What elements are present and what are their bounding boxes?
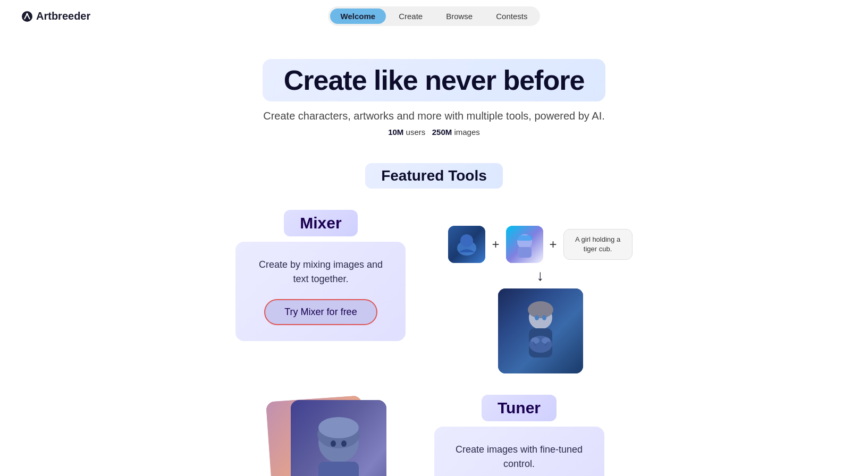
- mixer-demo: + +: [448, 210, 632, 373]
- featured-tools-title-wrapper: Featured Tools: [365, 163, 503, 189]
- svg-point-14: [542, 315, 546, 320]
- mixer-section: Mixer Create by mixing images and text t…: [235, 210, 406, 341]
- svg-rect-26: [318, 462, 359, 476]
- mixer-inputs: + +: [448, 226, 632, 263]
- hero-subtitle: Create characters, artworks and more wit…: [11, 110, 857, 122]
- mixer-card: Create by mixing images and text togethe…: [235, 242, 406, 341]
- hero-title: Create like never before: [284, 64, 585, 96]
- tuner-description: Create images with fine-tuned control.: [456, 443, 583, 471]
- svg-rect-8: [517, 235, 533, 241]
- plus-sign-1: +: [492, 237, 499, 252]
- svg-point-13: [535, 315, 539, 320]
- svg-point-16: [531, 337, 540, 344]
- header: Artbreeder Welcome Create Browse Contest…: [0, 0, 868, 32]
- tuner-title-badge: Tuner: [482, 395, 557, 421]
- svg-point-28: [318, 417, 359, 438]
- tuner-image-front: [291, 400, 386, 476]
- mixer-input-image-2: [506, 226, 543, 263]
- hero-section: Create like never before Create characte…: [0, 32, 868, 152]
- nav-item-browse[interactable]: Browse: [435, 8, 483, 24]
- nav-item-create[interactable]: Create: [388, 8, 433, 24]
- nav-item-contests[interactable]: Contests: [485, 8, 538, 24]
- plus-sign-2: +: [550, 237, 557, 252]
- svg-point-1: [26, 13, 28, 15]
- logo[interactable]: Artbreeder: [21, 10, 90, 22]
- tuner-front-svg: [291, 400, 386, 476]
- mixer-image1-svg: [448, 226, 485, 263]
- svg-point-12: [528, 301, 553, 318]
- mixer-image2-svg: [506, 226, 543, 263]
- mixer-result-image: [498, 288, 583, 373]
- main-nav: Welcome Create Browse Contests: [328, 6, 541, 26]
- logo-text: Artbreeder: [36, 10, 90, 22]
- stat-users-label-suffix: users: [403, 128, 429, 137]
- arrow-down-icon: ↓: [537, 268, 544, 283]
- mixer-description: Create by mixing images and text togethe…: [257, 258, 384, 286]
- mixer-title: Mixer: [300, 214, 341, 232]
- nav-item-welcome[interactable]: Welcome: [330, 8, 386, 24]
- tuner-info: Tuner Create images with fine-tuned cont…: [434, 395, 604, 476]
- featured-tools-section: Featured Tools: [0, 152, 868, 210]
- mixer-input-image-1: [448, 226, 485, 263]
- mixer-result-svg: [498, 288, 583, 373]
- tuner-title: Tuner: [498, 399, 541, 417]
- text-prompt-box: A girl holding a tiger cub.: [563, 229, 633, 260]
- featured-tools-title: Featured Tools: [381, 167, 487, 184]
- stat-users-value: 10M: [388, 128, 403, 137]
- svg-point-29: [331, 440, 336, 447]
- tuner-section: Tuner Create images with fine-tuned cont…: [0, 373, 868, 476]
- svg-point-30: [341, 440, 347, 447]
- tools-container: Mixer Create by mixing images and text t…: [0, 210, 868, 373]
- hero-stats: 10M users 250M images: [11, 128, 857, 137]
- tuner-images-wrapper: [264, 395, 392, 476]
- hero-title-wrapper: Create like never before: [263, 59, 606, 101]
- mixer-title-badge: Mixer: [284, 210, 357, 236]
- stat-images-label-suffix: images: [452, 128, 480, 137]
- svg-rect-7: [518, 247, 532, 258]
- artbreeder-logo-icon: [21, 11, 33, 22]
- svg-point-4: [460, 234, 473, 247]
- tuner-card: Create images with fine-tuned control.: [434, 427, 604, 476]
- try-mixer-button[interactable]: Try Mixer for free: [264, 299, 377, 325]
- svg-point-17: [542, 337, 550, 344]
- stat-images-value: 250M: [432, 128, 452, 137]
